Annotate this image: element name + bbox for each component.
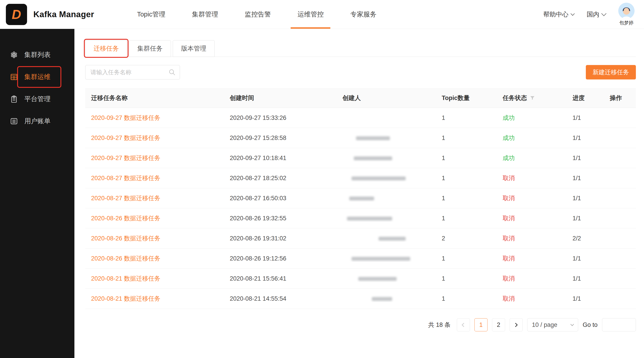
sidebar-item-cluster-list[interactable]: 集群列表 xyxy=(0,44,74,66)
topic-count-cell: 1 xyxy=(436,195,497,202)
created-time-cell: 2020-08-27 18:25:02 xyxy=(224,175,337,182)
status-badge: 取消 xyxy=(502,295,515,302)
created-time-cell: 2020-08-27 16:50:03 xyxy=(224,195,337,202)
toolbar: 新建迁移任务 xyxy=(85,65,636,80)
task-link[interactable]: 2020-08-27 数据迁移任务 xyxy=(91,175,160,181)
table-row: 2020-09-27 数据迁移任务 2020-09-27 15:28:58 1 … xyxy=(85,128,636,148)
table-row: 2020-09-27 数据迁移任务 2020-09-27 15:33:26 1 … xyxy=(85,108,636,128)
status-badge: 取消 xyxy=(502,235,515,242)
sidebar-item-cluster-ops[interactable]: 集群运维 xyxy=(0,66,74,88)
progress-cell: 1/1 xyxy=(567,195,604,202)
search-input[interactable] xyxy=(85,65,180,80)
pagination-next-button[interactable] xyxy=(510,318,523,331)
column-task-status: 任务状态 xyxy=(497,94,567,102)
sidebar-item-platform-management[interactable]: 平台管理 xyxy=(0,88,74,110)
creator-redacted xyxy=(372,297,392,301)
new-migration-task-button[interactable]: 新建迁移任务 xyxy=(586,65,636,80)
table-row: 2020-08-21 数据迁移任务 2020-08-21 14:55:54 1 … xyxy=(85,289,636,309)
task-link[interactable]: 2020-08-21 数据迁移任务 xyxy=(91,295,160,302)
page-size-label: 10 / page xyxy=(532,321,558,328)
user-menu[interactable]: 包梦婷 xyxy=(618,3,634,26)
creator-cell xyxy=(337,235,436,242)
creator-redacted xyxy=(352,257,410,261)
creator-cell xyxy=(337,175,436,182)
nav-label: 专家服务 xyxy=(350,10,376,19)
created-time-cell: 2020-08-26 19:12:56 xyxy=(224,255,337,262)
list-icon xyxy=(10,117,18,125)
pagination: 共 18 条 1 2 10 / page Go to xyxy=(85,318,636,338)
table-row: 2020-08-26 数据迁移任务 2020-08-26 19:12:56 1 … xyxy=(85,248,636,269)
column-creator: 创建人 xyxy=(337,94,436,102)
creator-cell xyxy=(337,255,436,262)
progress-cell: 1/1 xyxy=(567,295,604,302)
topic-count-cell: 1 xyxy=(436,114,497,121)
sidebar-item-label: 用户账单 xyxy=(24,117,50,126)
progress-cell: 2/2 xyxy=(567,235,604,242)
table-row: 2020-08-27 数据迁移任务 2020-08-27 16:50:03 1 … xyxy=(85,188,636,208)
task-link[interactable]: 2020-08-26 数据迁移任务 xyxy=(91,255,160,262)
pagination-page-2[interactable]: 2 xyxy=(492,318,505,331)
help-center-menu[interactable]: 帮助中心 xyxy=(543,10,574,19)
tab-label: 迁移任务 xyxy=(94,44,119,53)
filter-icon[interactable] xyxy=(530,95,535,101)
table-row: 2020-08-26 数据迁移任务 2020-08-26 19:32:55 1 … xyxy=(85,208,636,228)
task-link[interactable]: 2020-09-27 数据迁移任务 xyxy=(91,135,160,141)
app-title: Kafka Manager xyxy=(33,10,94,19)
created-time-cell: 2020-08-21 14:55:54 xyxy=(224,295,337,302)
tab-migration-tasks[interactable]: 迁移任务 xyxy=(85,40,127,57)
task-link[interactable]: 2020-08-27 数据迁移任务 xyxy=(91,195,160,202)
nav-monitoring-alerts[interactable]: 监控告警 xyxy=(245,0,271,29)
goto-page-input[interactable] xyxy=(602,318,636,331)
help-center-label: 帮助中心 xyxy=(543,10,568,19)
top-nav: Topic管理 集群管理 监控告警 运维管控 专家服务 xyxy=(137,0,376,29)
topic-count-cell: 1 xyxy=(436,155,497,162)
goto-label: Go to xyxy=(583,321,598,328)
nav-label: 集群管理 xyxy=(192,10,218,19)
topbar-right: 帮助中心 国内 包梦婷 xyxy=(543,3,634,26)
column-actions: 操作 xyxy=(604,94,636,102)
topic-count-cell: 1 xyxy=(436,135,497,142)
nav-expert-service[interactable]: 专家服务 xyxy=(350,0,376,29)
tab-cluster-tasks[interactable]: 集群任务 xyxy=(129,40,171,57)
task-link[interactable]: 2020-09-27 数据迁移任务 xyxy=(91,114,160,121)
topic-count-cell: 1 xyxy=(436,255,497,262)
main-content: 迁移任务 集群任务 版本管理 新建迁移任务 迁移任务名称 创建时间 创建人 To… xyxy=(74,29,644,358)
table-row: 2020-08-21 数据迁移任务 2020-08-21 15:56:41 1 … xyxy=(85,269,636,289)
progress-cell: 1/1 xyxy=(567,135,604,142)
sidebar: 集群列表 集群运维 平台管理 用户账单 xyxy=(0,29,74,358)
page-size-select[interactable]: 10 / page xyxy=(527,318,578,331)
active-nav-underline xyxy=(291,27,330,29)
created-time-cell: 2020-09-27 15:28:58 xyxy=(224,135,337,142)
topic-count-cell: 1 xyxy=(436,275,497,282)
nav-cluster-management[interactable]: 集群管理 xyxy=(192,0,218,29)
creator-cell xyxy=(337,295,436,302)
creator-redacted xyxy=(356,136,390,140)
cluster-ops-icon xyxy=(10,73,18,81)
chevron-down-icon xyxy=(570,322,574,326)
nav-topic-management[interactable]: Topic管理 xyxy=(137,0,166,29)
pagination-page-1[interactable]: 1 xyxy=(474,318,488,331)
creator-redacted xyxy=(354,156,392,160)
tab-version-management[interactable]: 版本管理 xyxy=(173,40,215,57)
creator-redacted xyxy=(378,237,406,241)
nav-label: 监控告警 xyxy=(245,10,271,19)
task-link[interactable]: 2020-08-26 数据迁移任务 xyxy=(91,235,160,242)
table-row: 2020-08-27 数据迁移任务 2020-08-27 18:25:02 1 … xyxy=(85,168,636,188)
progress-cell: 1/1 xyxy=(567,255,604,262)
nav-ops-control[interactable]: 运维管控 xyxy=(298,0,324,29)
task-link[interactable]: 2020-08-21 数据迁移任务 xyxy=(91,275,160,282)
chevron-down-icon xyxy=(602,11,606,16)
sidebar-item-user-billing[interactable]: 用户账单 xyxy=(0,110,74,132)
creator-cell xyxy=(337,155,436,162)
task-link[interactable]: 2020-09-27 数据迁移任务 xyxy=(91,155,160,161)
progress-cell: 1/1 xyxy=(567,114,604,121)
sidebar-item-label: 集群运维 xyxy=(24,73,50,82)
status-badge: 成功 xyxy=(502,135,515,141)
chevron-down-icon xyxy=(570,12,574,16)
region-select[interactable]: 国内 xyxy=(587,10,606,19)
task-link[interactable]: 2020-08-26 数据迁移任务 xyxy=(91,215,160,222)
pagination-prev-button[interactable] xyxy=(457,318,470,331)
creator-cell xyxy=(337,215,436,222)
created-time-cell: 2020-08-26 19:31:02 xyxy=(224,235,337,242)
app-logo-icon[interactable]: D xyxy=(6,4,27,25)
